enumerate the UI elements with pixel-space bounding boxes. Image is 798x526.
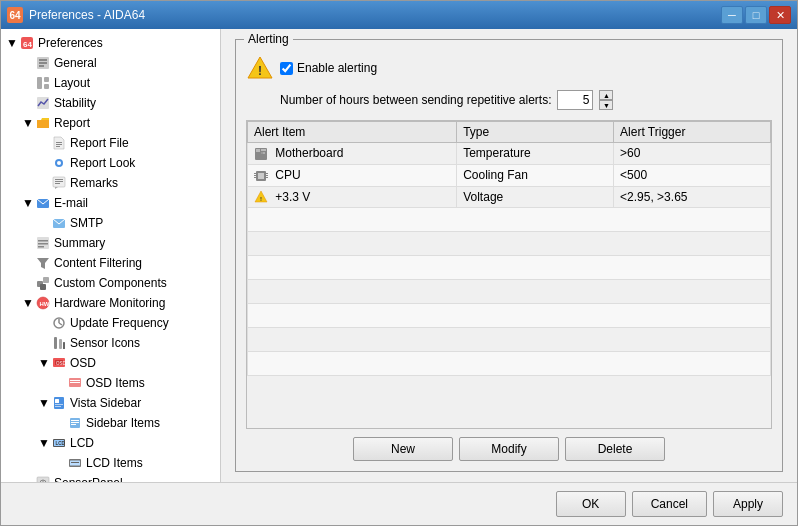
cell-trigger-voltage: <2.95, >3.65 [614, 186, 771, 208]
spacer [21, 56, 35, 70]
hours-input[interactable]: 5 [557, 90, 593, 110]
sidebar-item-report[interactable]: ▼ Report [1, 113, 220, 133]
hours-decrement-button[interactable]: ▼ [599, 100, 613, 110]
sidebar-item-layout[interactable]: Layout [1, 73, 220, 93]
cell-item-cpu: CPU [248, 164, 457, 186]
sidebar-item-osd[interactable]: ▼ OSD OSD [1, 353, 220, 373]
sidebar-item-preferences[interactable]: ▼ 64 Preferences [1, 33, 220, 53]
report-folder-icon [35, 115, 51, 131]
sidebar-item-content-filtering[interactable]: Content Filtering [1, 253, 220, 273]
sidebar-item-update-frequency[interactable]: Update Frequency [1, 313, 220, 333]
cell-trigger-cpu: <500 [614, 164, 771, 186]
svg-rect-75 [261, 152, 263, 154]
delete-button[interactable]: Delete [565, 437, 665, 461]
svg-rect-16 [55, 179, 63, 180]
maximize-button[interactable]: □ [745, 6, 767, 24]
svg-rect-4 [39, 62, 47, 64]
svg-rect-28 [40, 284, 46, 290]
sidebar-item-update-frequency-label: Update Frequency [70, 316, 169, 330]
table-row[interactable]: ! +3.3 V Voltage <2.95, >3.65 [248, 186, 771, 208]
cell-item-motherboard: Motherboard [248, 143, 457, 165]
sidebar-item-sensor-icons[interactable]: Sensor Icons [1, 333, 220, 353]
modify-button[interactable]: Modify [459, 437, 559, 461]
close-button[interactable]: ✕ [769, 6, 791, 24]
hours-row: Number of hours between sending repetiti… [280, 90, 772, 110]
sidebar-item-osd-items[interactable]: OSD Items [1, 373, 220, 393]
cell-item-voltage: ! +3.3 V [248, 186, 457, 208]
hours-increment-button[interactable]: ▲ [599, 90, 613, 100]
sidebar-item-report-label: Report [54, 116, 90, 130]
sidebar-item-sensor-icons-label: Sensor Icons [70, 336, 140, 350]
svg-text:!: ! [260, 196, 262, 202]
sidebar-item-sidebar-items[interactable]: Sidebar Items [1, 413, 220, 433]
sidebar-item-general[interactable]: General [1, 53, 220, 73]
svg-rect-11 [56, 144, 62, 145]
warning-icon-container: ! [246, 54, 274, 82]
svg-rect-17 [55, 181, 63, 182]
enable-alerting-checkbox[interactable] [280, 62, 293, 75]
sidebar-item-lcd-label: LCD [70, 436, 94, 450]
sidebar-item-report-look[interactable]: Report Look [1, 153, 220, 173]
col-header-alert-trigger: Alert Trigger [614, 122, 771, 143]
apply-button[interactable]: Apply [713, 491, 783, 517]
svg-rect-50 [71, 424, 76, 425]
warning-triangle-icon: ! [247, 56, 273, 80]
new-button[interactable]: New [353, 437, 453, 461]
sidebar-item-general-label: General [54, 56, 97, 70]
svg-rect-74 [261, 149, 266, 151]
sidebar-item-summary-label: Summary [54, 236, 105, 250]
expand-hw-icon: ▼ [21, 296, 35, 310]
cell-item-voltage-label: +3.3 V [275, 190, 310, 204]
svg-rect-79 [254, 173, 256, 174]
svg-line-33 [59, 323, 62, 325]
sidebar-item-email[interactable]: ▼ E-mail [1, 193, 220, 213]
sidebar-item-smtp[interactable]: SMTP [1, 213, 220, 233]
content-area: ▼ 64 Preferences General Layou [1, 29, 797, 482]
sidebar-item-report-file-label: Report File [70, 136, 129, 150]
cell-item-motherboard-label: Motherboard [275, 146, 343, 160]
svg-text:64: 64 [23, 40, 32, 49]
sidebar-item-lcd[interactable]: ▼ LCD LCD [1, 433, 220, 453]
sidebar-item-osd-items-label: OSD Items [86, 376, 145, 390]
sidebar-item-vista-sidebar[interactable]: ▼ Vista Sidebar [1, 393, 220, 413]
sidebar-item-lcd-items[interactable]: LCD Items [1, 453, 220, 473]
svg-rect-6 [37, 77, 42, 89]
layout-icon [35, 75, 51, 91]
svg-rect-5 [39, 65, 44, 67]
svg-rect-44 [55, 399, 59, 403]
title-bar: 64 Preferences - AIDA64 ─ □ ✕ [1, 1, 797, 29]
sidebar-item-sidebar-items-label: Sidebar Items [86, 416, 160, 430]
voltage-row-icon: ! [254, 190, 268, 204]
report-file-icon [51, 135, 67, 151]
sidebar-item-report-file[interactable]: Report File [1, 133, 220, 153]
sidebar-item-remarks[interactable]: Remarks [1, 173, 220, 193]
minimize-button[interactable]: ─ [721, 6, 743, 24]
expand-preferences-icon: ▼ [5, 36, 19, 50]
col-header-alert-item: Alert Item [248, 122, 457, 143]
sidebar-item-stability[interactable]: Stability [1, 93, 220, 113]
svg-rect-24 [38, 246, 44, 248]
sidebar-item-sensor-panel[interactable]: SensorPanel [1, 473, 220, 482]
sidebar-item-email-label: E-mail [54, 196, 88, 210]
ok-button[interactable]: OK [556, 491, 626, 517]
sidebar-item-hardware-monitoring[interactable]: ▼ HW Hardware Monitoring [1, 293, 220, 313]
col-header-type: Type [457, 122, 614, 143]
table-row-empty [248, 280, 771, 304]
sidebar-item-custom-components[interactable]: Custom Components [1, 273, 220, 293]
sidebar-item-summary[interactable]: Summary [1, 233, 220, 253]
hours-spinner: ▲ ▼ [599, 90, 613, 110]
main-panel: Alerting ! Enable alerting [221, 29, 797, 482]
sidebar-item-lcd-items-label: LCD Items [86, 456, 143, 470]
table-row-empty [248, 208, 771, 232]
svg-rect-10 [56, 142, 62, 143]
sidebar-item-vista-sidebar-label: Vista Sidebar [70, 396, 141, 410]
window-title: Preferences - AIDA64 [29, 8, 145, 22]
table-row-empty [248, 328, 771, 352]
table-row[interactable]: CPU Cooling Fan <500 [248, 164, 771, 186]
sidebar-item-layout-label: Layout [54, 76, 90, 90]
svg-rect-49 [71, 422, 79, 423]
main-window: 64 Preferences - AIDA64 ─ □ ✕ ▼ 64 Prefe… [0, 0, 798, 526]
cancel-button[interactable]: Cancel [632, 491, 707, 517]
filter-icon [35, 255, 51, 271]
table-row[interactable]: Motherboard Temperature >60 [248, 143, 771, 165]
